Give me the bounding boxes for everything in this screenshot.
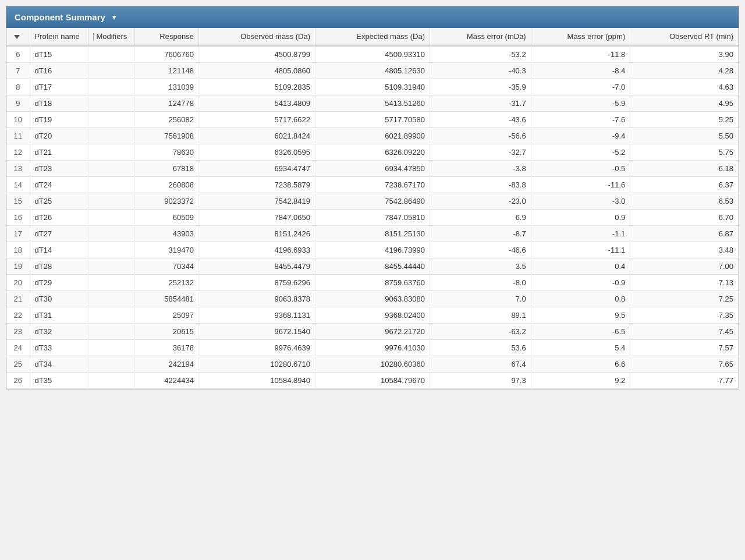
cell-observed-rt: 6.53	[630, 193, 739, 209]
cell-expected-mass: 4500.93310	[315, 46, 430, 63]
cell-protein-name: dT30	[30, 290, 88, 307]
cell-protein-name: dT34	[30, 356, 88, 372]
table-row[interactable]: 8dT171310395109.28355109.31940-35.9-7.04…	[6, 79, 739, 95]
cell-mass-error-ppm: -11.1	[531, 242, 630, 258]
cell-protein-name: dT25	[30, 193, 88, 209]
cell-index: 10	[6, 111, 30, 127]
cell-index: 24	[6, 339, 30, 356]
table-row[interactable]: 25dT3424219410280.671010280.6036067.46.6…	[6, 356, 739, 372]
cell-expected-mass: 5109.31940	[315, 79, 430, 95]
cell-observed-mass: 5413.4809	[198, 95, 315, 111]
cell-expected-mass: 7847.05810	[315, 209, 430, 225]
cell-mass-error-ppm: -0.9	[531, 274, 630, 290]
col-header-observed-mass[interactable]: Observed mass (Da)	[198, 28, 315, 46]
cell-mass-error-ppm: -5.9	[531, 95, 630, 111]
cell-index: 15	[6, 193, 30, 209]
cell-observed-rt: 7.13	[630, 274, 739, 290]
cell-expected-mass: 6934.47850	[315, 160, 430, 176]
cell-observed-mass: 4805.0860	[198, 62, 315, 79]
cell-response: 78630	[134, 144, 198, 160]
cell-response: 36178	[134, 339, 198, 356]
table-header-row: Protein name Modifiers Response Observed…	[6, 28, 739, 46]
cell-index: 18	[6, 242, 30, 258]
cell-response: 131039	[134, 79, 198, 95]
table-row[interactable]: 26dT35422443410584.894010584.7967097.39.…	[6, 372, 739, 388]
cell-mass-error-ppm: -1.1	[531, 225, 630, 242]
dropdown-arrow-icon[interactable]: ▼	[111, 14, 118, 21]
cell-modifiers	[88, 62, 134, 79]
cell-observed-mass: 9976.4639	[198, 339, 315, 356]
table-row[interactable]: 12dT21786306326.05956326.09220-32.7-5.25…	[6, 144, 739, 160]
cell-observed-mass: 7847.0650	[198, 209, 315, 225]
cell-modifiers	[88, 258, 134, 274]
cell-expected-mass: 9063.83080	[315, 290, 430, 307]
cell-response: 252132	[134, 274, 198, 290]
cell-modifiers	[88, 339, 134, 356]
table-row[interactable]: 19dT28703448455.44798455.444403.50.47.00	[6, 258, 739, 274]
table-row[interactable]: 13dT23678186934.47476934.47850-3.8-0.56.…	[6, 160, 739, 176]
table-row[interactable]: 20dT292521328759.62968759.63760-8.0-0.97…	[6, 274, 739, 290]
cell-expected-mass: 10584.79670	[315, 372, 430, 388]
col-header-modifiers[interactable]: Modifiers	[88, 28, 134, 46]
cell-modifiers	[88, 356, 134, 372]
cell-observed-rt: 7.57	[630, 339, 739, 356]
cell-mass-error-mda: -35.9	[430, 79, 531, 95]
table-row[interactable]: 15dT2590233727542.84197542.86490-23.0-3.…	[6, 193, 739, 209]
table-row[interactable]: 23dT32206159672.15409672.21720-63.2-6.57…	[6, 323, 739, 339]
col-header-mass-error-ppm[interactable]: Mass error (ppm)	[531, 28, 630, 46]
cell-expected-mass: 4805.12630	[315, 62, 430, 79]
table-row[interactable]: 21dT3058544819063.83789063.830807.00.87.…	[6, 290, 739, 307]
table-row[interactable]: 18dT143194704196.69334196.73990-46.6-11.…	[6, 242, 739, 258]
table-row[interactable]: 14dT242608087238.58797238.67170-83.8-11.…	[6, 176, 739, 193]
col-header-response[interactable]: Response	[134, 28, 198, 46]
cell-modifiers	[88, 111, 134, 127]
col-header-protein-name[interactable]: Protein name	[30, 28, 88, 46]
cell-protein-name: dT19	[30, 111, 88, 127]
cell-mass-error-mda: 53.6	[430, 339, 531, 356]
cell-observed-rt: 4.28	[630, 62, 739, 79]
table-row[interactable]: 6dT1576067604500.87994500.93310-53.2-11.…	[6, 46, 739, 63]
table-row[interactable]: 7dT161211484805.08604805.12630-40.3-8.44…	[6, 62, 739, 79]
col-header-index[interactable]	[6, 28, 30, 46]
cell-observed-mass: 9368.1131	[198, 307, 315, 323]
cell-observed-rt: 6.87	[630, 225, 739, 242]
cell-mass-error-mda: -23.0	[430, 193, 531, 209]
cell-index: 12	[6, 144, 30, 160]
table-row[interactable]: 10dT192560825717.66225717.70580-43.6-7.6…	[6, 111, 739, 127]
panel-header[interactable]: Component Summary ▼	[6, 6, 739, 28]
cell-mass-error-mda: 89.1	[430, 307, 531, 323]
table-row[interactable]: 17dT27439038151.24268151.25130-8.7-1.16.…	[6, 225, 739, 242]
cell-mass-error-mda: -43.6	[430, 111, 531, 127]
table-row[interactable]: 9dT181247785413.48095413.51260-31.7-5.94…	[6, 95, 739, 111]
cell-observed-mass: 9063.8378	[198, 290, 315, 307]
table-row[interactable]: 11dT2075619086021.84246021.89900-56.6-9.…	[6, 127, 739, 144]
table-row[interactable]: 22dT31250979368.11319368.0240089.19.57.3…	[6, 307, 739, 323]
cell-observed-mass: 10584.8940	[198, 372, 315, 388]
cell-mass-error-ppm: -5.2	[531, 144, 630, 160]
cell-mass-error-ppm: -11.8	[531, 46, 630, 63]
cell-index: 17	[6, 225, 30, 242]
table-row[interactable]: 24dT33361789976.46399976.4103053.65.47.5…	[6, 339, 739, 356]
cell-observed-mass: 9672.1540	[198, 323, 315, 339]
cell-modifiers	[88, 144, 134, 160]
cell-modifiers	[88, 79, 134, 95]
cell-expected-mass: 9368.02400	[315, 307, 430, 323]
table-row[interactable]: 16dT26605097847.06507847.058106.90.96.70	[6, 209, 739, 225]
cell-index: 16	[6, 209, 30, 225]
cell-index: 13	[6, 160, 30, 176]
col-header-expected-mass[interactable]: Expected mass (Da)	[315, 28, 430, 46]
cell-protein-name: dT26	[30, 209, 88, 225]
cell-observed-mass: 7238.5879	[198, 176, 315, 193]
col-header-mass-error-mda[interactable]: Mass error (mDa)	[430, 28, 531, 46]
cell-protein-name: dT16	[30, 62, 88, 79]
cell-observed-mass: 6934.4747	[198, 160, 315, 176]
cell-index: 6	[6, 46, 30, 63]
cell-expected-mass: 7238.67170	[315, 176, 430, 193]
cell-protein-name: dT32	[30, 323, 88, 339]
cell-modifiers	[88, 290, 134, 307]
cell-mass-error-mda: -8.0	[430, 274, 531, 290]
col-header-observed-rt[interactable]: Observed RT (min)	[630, 28, 739, 46]
cell-observed-rt: 7.65	[630, 356, 739, 372]
cell-modifiers	[88, 46, 134, 63]
cell-response: 43903	[134, 225, 198, 242]
